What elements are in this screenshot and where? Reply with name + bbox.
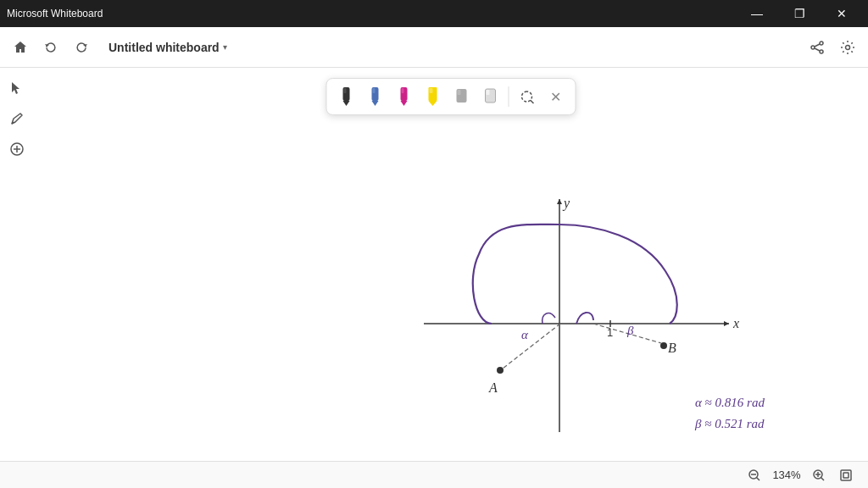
- white-eraser-tool[interactable]: [478, 84, 504, 109]
- svg-rect-26: [487, 90, 490, 95]
- svg-marker-31: [557, 199, 562, 204]
- svg-line-27: [531, 100, 534, 103]
- minimize-button[interactable]: —: [737, 0, 776, 27]
- black-marker-tool[interactable]: [334, 84, 359, 109]
- close-toolbar-button[interactable]: ✕: [543, 84, 569, 109]
- floating-toolbar: ✕: [326, 78, 576, 115]
- svg-rect-19: [402, 88, 404, 93]
- titlebar-left: Microsoft Whiteboard: [7, 8, 103, 19]
- svg-point-1: [811, 46, 815, 49]
- svg-line-4: [815, 48, 820, 51]
- svg-text:β: β: [626, 324, 634, 337]
- svg-rect-22: [430, 88, 433, 93]
- svg-text:x: x: [732, 316, 739, 330]
- svg-marker-18: [401, 101, 408, 106]
- pink-marker-tool[interactable]: [392, 84, 417, 109]
- settings-button[interactable]: [834, 34, 861, 61]
- svg-marker-29: [724, 321, 729, 326]
- svg-rect-16: [373, 88, 376, 93]
- canvas-area[interactable]: ✕ x y A B α β: [34, 68, 868, 488]
- whiteboard-title: Untitled whiteboard: [108, 41, 220, 54]
- zoom-level: 134%: [770, 469, 804, 481]
- app-name: Microsoft Whiteboard: [7, 8, 103, 19]
- svg-text:α ≈  0.816 rad: α ≈ 0.816 rad: [695, 396, 765, 409]
- svg-rect-24: [458, 90, 461, 95]
- svg-text:B: B: [668, 341, 676, 355]
- svg-text:y: y: [562, 196, 570, 211]
- select-tool[interactable]: [3, 75, 31, 102]
- svg-text:A: A: [488, 380, 498, 395]
- home-button[interactable]: [7, 34, 34, 61]
- svg-marker-21: [429, 101, 437, 106]
- svg-marker-12: [343, 101, 350, 106]
- pen-tool[interactable]: [3, 105, 31, 132]
- statusbar: 134%: [0, 461, 868, 488]
- svg-point-35: [497, 367, 504, 374]
- svg-point-2: [820, 50, 823, 53]
- blue-marker-tool[interactable]: [363, 84, 388, 109]
- menubar-right: [804, 34, 861, 61]
- title-area[interactable]: Untitled whiteboard ▾: [102, 37, 234, 58]
- zoom-out-button[interactable]: [743, 463, 766, 487]
- svg-point-38: [660, 342, 667, 349]
- svg-marker-6: [12, 82, 19, 94]
- restore-button[interactable]: ❐: [780, 0, 819, 27]
- toolbar-divider: [509, 86, 509, 107]
- svg-point-5: [846, 45, 850, 49]
- close-button[interactable]: ✕: [822, 0, 861, 27]
- left-toolbar: [0, 68, 34, 169]
- svg-line-47: [757, 477, 760, 480]
- titlebar-right: — ❐ ✕: [737, 0, 861, 27]
- yellow-highlighter-tool[interactable]: [420, 84, 446, 109]
- redo-button[interactable]: [68, 34, 95, 61]
- svg-marker-15: [372, 101, 379, 106]
- svg-rect-53: [841, 470, 851, 480]
- svg-rect-54: [843, 473, 849, 478]
- menubar: Untitled whiteboard ▾: [0, 27, 868, 68]
- svg-line-50: [821, 477, 825, 480]
- gray-eraser-tool[interactable]: [449, 84, 475, 109]
- svg-text:1: 1: [607, 326, 613, 339]
- fit-view-button[interactable]: [834, 463, 858, 487]
- svg-rect-13: [344, 88, 347, 93]
- svg-text:β ≈  0.521 rad: β ≈ 0.521 rad: [694, 417, 765, 430]
- svg-line-34: [503, 324, 560, 369]
- share-button[interactable]: [804, 34, 831, 61]
- svg-line-3: [815, 44, 820, 47]
- lasso-tool[interactable]: [515, 84, 540, 109]
- titlebar: Microsoft Whiteboard — ❐ ✕: [0, 0, 868, 27]
- svg-point-0: [820, 42, 823, 45]
- zoom-in-button[interactable]: [807, 463, 831, 487]
- add-tool[interactable]: [3, 136, 31, 163]
- whiteboard-drawing: x y A B α β 1 α ≈ 0.816 rad β ≈ 0.521 ra…: [34, 68, 868, 488]
- svg-text:α: α: [521, 328, 529, 341]
- title-chevron-icon: ▾: [223, 42, 227, 52]
- undo-button[interactable]: [37, 34, 64, 61]
